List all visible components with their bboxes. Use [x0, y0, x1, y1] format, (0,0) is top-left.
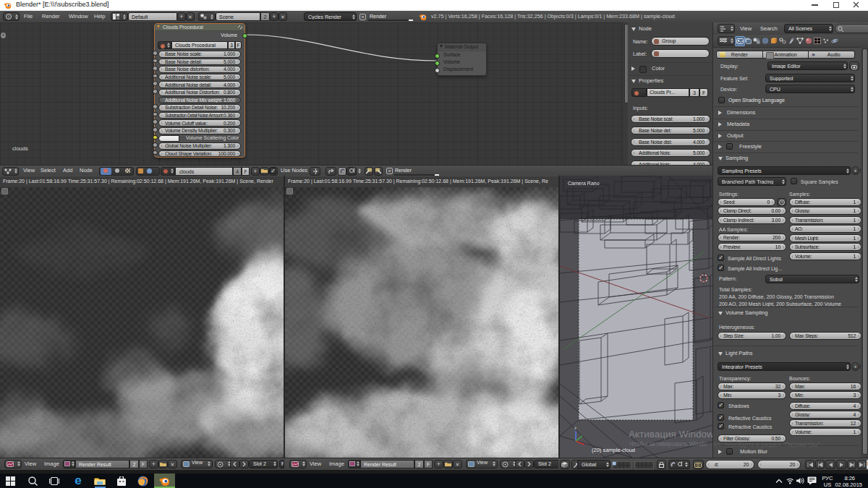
- svg-text:z: z: [574, 426, 576, 430]
